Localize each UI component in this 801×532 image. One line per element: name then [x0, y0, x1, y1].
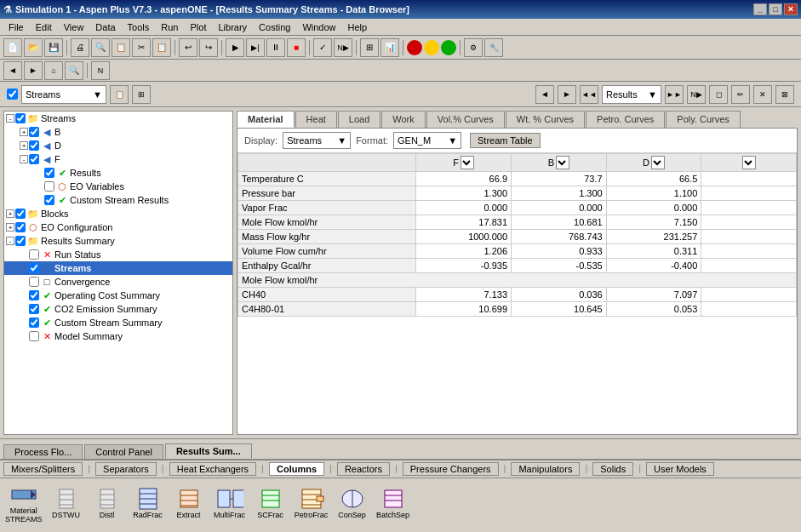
tree-stream-f[interactable]: - ◀ F	[4, 152, 232, 166]
tree-op-cost[interactable]: ✔ Operating Cost Summary	[4, 289, 232, 302]
tb2-back[interactable]: ◄	[3, 61, 22, 80]
tb-table[interactable]: ⊞	[360, 38, 379, 57]
cb-convergence[interactable]	[29, 277, 39, 287]
proc-tab-manip[interactable]: Manipulators	[511, 462, 580, 476]
nav-checkbox[interactable]	[7, 89, 18, 100]
tb-preview[interactable]: 🔍	[91, 38, 110, 57]
cb-streams[interactable]	[15, 113, 26, 123]
tb-save[interactable]: 💾	[44, 38, 63, 57]
menu-run[interactable]: Run	[156, 20, 183, 34]
tree-streams-root[interactable]: - 📁 Streams	[4, 112, 232, 125]
stream-b-select[interactable]: B	[556, 156, 569, 169]
proc-tab-mixers[interactable]: Mixers/Splitters	[3, 462, 83, 476]
tb-check[interactable]: ✓	[313, 38, 332, 57]
bottom-tab-results[interactable]: Results Sum...	[165, 443, 252, 459]
tb-btn4[interactable]: ✂	[132, 38, 151, 57]
menu-view[interactable]: View	[59, 20, 89, 34]
proc-tab-pressure[interactable]: Pressure Changers	[403, 462, 499, 476]
tab-material[interactable]: Material	[237, 111, 295, 128]
cb-streams-result[interactable]	[29, 263, 39, 273]
nav-btn2[interactable]: ◻	[709, 85, 728, 104]
tree-custom-stream-summary[interactable]: ✔ Custom Stream Summary	[4, 316, 232, 329]
cb-eo-config[interactable]	[15, 222, 26, 232]
results-dropdown[interactable]: Results ▼	[602, 85, 661, 104]
tb-redo[interactable]: ↪	[199, 38, 218, 57]
cb-co2[interactable]	[29, 304, 39, 314]
tree-stream-b[interactable]: + ◀ B	[4, 125, 232, 139]
proc-tab-separators[interactable]: Separators	[95, 462, 157, 476]
tb-extra2[interactable]: 🔧	[484, 38, 503, 57]
tb-btn5[interactable]: 📋	[152, 38, 171, 57]
nav-btn3[interactable]: ✏	[731, 85, 750, 104]
bottom-tab-process[interactable]: Process Flo...	[3, 444, 83, 459]
nav-double-back[interactable]: ◄◄	[580, 85, 598, 104]
tab-petro-curves[interactable]: Petro. Curves	[586, 111, 665, 128]
nav-icon2[interactable]: ⊞	[132, 85, 151, 104]
window-controls[interactable]: _ □ ✕	[753, 3, 798, 15]
menu-help[interactable]: Help	[343, 20, 373, 34]
tb2-home[interactable]: ⌂	[44, 61, 63, 80]
tree-eo-config[interactable]: + ⬡ EO Configuration	[4, 220, 232, 234]
cb-model-summary[interactable]	[29, 331, 39, 341]
tb-step[interactable]: ▶|	[246, 38, 265, 57]
tb-new[interactable]: 📄	[3, 38, 22, 57]
tab-vol-curves[interactable]: Vol.% Curves	[426, 111, 505, 128]
tree-convergence[interactable]: □ Convergence	[4, 275, 232, 289]
menu-library[interactable]: Library	[213, 20, 252, 34]
tree-blocks[interactable]: + 📁 Blocks	[4, 207, 232, 220]
tree-eo-vars[interactable]: ⬡ EO Variables	[4, 180, 232, 193]
tab-wt-curves[interactable]: Wt. % Curves	[506, 111, 585, 128]
close-btn[interactable]: ✕	[784, 3, 798, 15]
nav-stream-dropdown[interactable]: Streams ▼	[21, 85, 106, 104]
tb-run[interactable]: ▶	[226, 38, 244, 57]
proc-material[interactable]: Material STREAMS	[3, 481, 44, 525]
menu-tools[interactable]: Tools	[123, 20, 155, 34]
menu-costing[interactable]: Costing	[254, 20, 295, 34]
proc-batchsep[interactable]: BatchSep	[375, 485, 412, 521]
proc-tab-reactors[interactable]: Reactors	[337, 462, 390, 476]
nav-fwd[interactable]: ►	[558, 85, 576, 104]
menu-plot[interactable]: Plot	[185, 20, 211, 34]
cb-op-cost[interactable]	[29, 290, 39, 300]
stream-f-select[interactable]: F	[461, 156, 474, 169]
proc-tab-user[interactable]: User Models	[646, 462, 714, 476]
expand-streams[interactable]: -	[6, 114, 14, 123]
menu-edit[interactable]: Edit	[31, 20, 57, 34]
tree-run-status[interactable]: ✕ Run Status	[4, 248, 232, 261]
expand-blocks[interactable]: +	[6, 209, 14, 218]
bottom-tab-control[interactable]: Control Panel	[84, 444, 163, 459]
tree-co2[interactable]: ✔ CO2 Emission Summary	[4, 302, 232, 316]
tb-extra1[interactable]: ⚙	[464, 38, 483, 57]
nav-back[interactable]: ◄	[535, 85, 554, 104]
proc-multifrac[interactable]: MultiFrac	[211, 485, 249, 521]
cb-eo-vars[interactable]	[44, 181, 54, 192]
tb2-fwd[interactable]: ►	[24, 61, 43, 80]
tb2-search[interactable]: 🔍	[65, 61, 83, 80]
tb-reinit[interactable]: N▶	[334, 38, 352, 57]
cb-d[interactable]	[29, 140, 39, 151]
tab-work[interactable]: Work	[381, 111, 425, 128]
tb-print[interactable]: 🖨	[71, 38, 89, 57]
tb-btn3[interactable]: 📋	[112, 38, 130, 57]
stream-empty-select[interactable]	[742, 156, 756, 169]
proc-consep[interactable]: ConSep	[334, 485, 371, 521]
tree-stream-d[interactable]: + ◀ D	[4, 139, 232, 152]
proc-radfrac[interactable]: RadFrac	[129, 485, 167, 521]
expand-d[interactable]: +	[20, 141, 28, 150]
nav-btn5[interactable]: ⊠	[775, 85, 794, 104]
tb-chart[interactable]: 📊	[380, 38, 399, 57]
minimize-btn[interactable]: _	[753, 3, 767, 15]
menu-file[interactable]: File	[3, 20, 29, 34]
cb-f[interactable]	[29, 154, 39, 164]
maximize-btn[interactable]: □	[769, 3, 782, 15]
format-dropdown[interactable]: GEN_M ▼	[393, 132, 461, 149]
menu-window[interactable]: Window	[297, 20, 340, 34]
expand-results-summary[interactable]: -	[6, 237, 14, 245]
tb2-extra[interactable]: N	[91, 61, 110, 80]
tab-heat[interactable]: Heat	[295, 111, 337, 128]
tree-custom-stream-results[interactable]: ✔ Custom Stream Results	[4, 193, 232, 207]
proc-tab-solids[interactable]: Solids	[592, 462, 633, 476]
tb-undo[interactable]: ↩	[179, 38, 197, 57]
tree-results-summary[interactable]: - 📁 Results Summary	[4, 234, 232, 248]
cb-custom[interactable]	[44, 195, 54, 205]
